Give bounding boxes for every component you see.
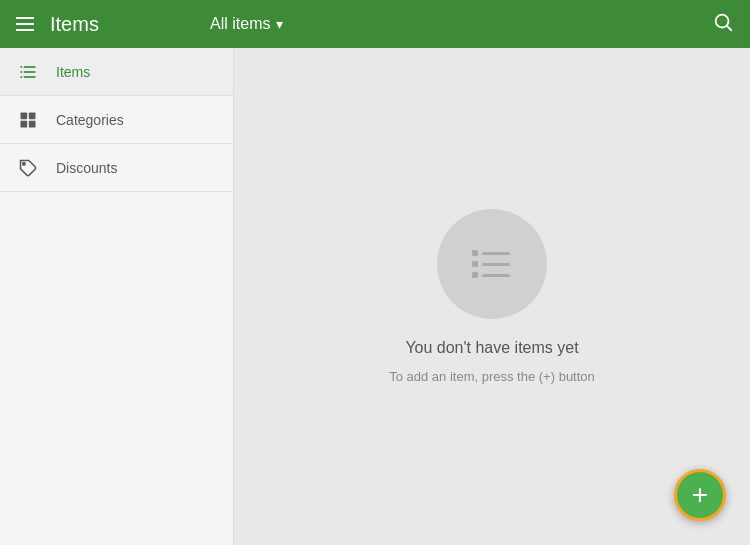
all-items-label: All items xyxy=(210,15,270,33)
svg-rect-18 xyxy=(482,274,510,277)
all-items-dropdown[interactable]: All items ▾ xyxy=(210,15,283,33)
menu-icon[interactable] xyxy=(16,17,34,31)
svg-rect-9 xyxy=(29,112,36,119)
svg-rect-16 xyxy=(482,263,510,266)
svg-rect-14 xyxy=(482,252,510,255)
search-icon[interactable] xyxy=(712,11,734,38)
tag-icon xyxy=(16,158,40,178)
svg-line-1 xyxy=(727,26,731,30)
empty-state-title: You don't have items yet xyxy=(405,339,578,357)
sidebar-item-discounts[interactable]: Discounts xyxy=(0,144,233,192)
svg-rect-15 xyxy=(472,261,478,267)
dropdown-arrow-icon: ▾ xyxy=(276,16,283,32)
content-area: You don't have items yet To add an item,… xyxy=(234,48,750,545)
svg-point-12 xyxy=(23,162,26,165)
svg-rect-11 xyxy=(29,120,36,127)
empty-state-subtitle: To add an item, press the (+) button xyxy=(389,369,595,384)
category-icon xyxy=(16,110,40,130)
svg-rect-13 xyxy=(472,250,478,256)
sidebar-items-label: Items xyxy=(56,64,90,80)
sidebar-item-categories[interactable]: Categories xyxy=(0,96,233,144)
app-bar-center: All items ▾ xyxy=(210,15,712,33)
svg-rect-2 xyxy=(21,66,23,68)
svg-rect-3 xyxy=(24,66,36,68)
main-layout: Items Categories Discounts xyxy=(0,48,750,545)
app-bar-title: Items xyxy=(50,13,210,36)
list-icon xyxy=(16,62,40,82)
app-bar: Items All items ▾ xyxy=(0,0,750,48)
svg-rect-5 xyxy=(24,71,36,73)
plus-icon: + xyxy=(692,481,708,509)
sidebar-discounts-label: Discounts xyxy=(56,160,117,176)
add-item-fab-button[interactable]: + xyxy=(674,469,726,521)
sidebar: Items Categories Discounts xyxy=(0,48,234,545)
svg-rect-7 xyxy=(24,76,36,78)
svg-rect-6 xyxy=(21,76,23,78)
sidebar-categories-label: Categories xyxy=(56,112,124,128)
sidebar-item-items[interactable]: Items xyxy=(0,48,233,96)
empty-state: You don't have items yet To add an item,… xyxy=(389,209,595,384)
svg-rect-10 xyxy=(21,120,28,127)
fab-container: + xyxy=(674,469,726,521)
svg-rect-8 xyxy=(21,112,28,119)
svg-rect-4 xyxy=(21,71,23,73)
svg-rect-17 xyxy=(472,272,478,278)
empty-state-icon-circle xyxy=(437,209,547,319)
